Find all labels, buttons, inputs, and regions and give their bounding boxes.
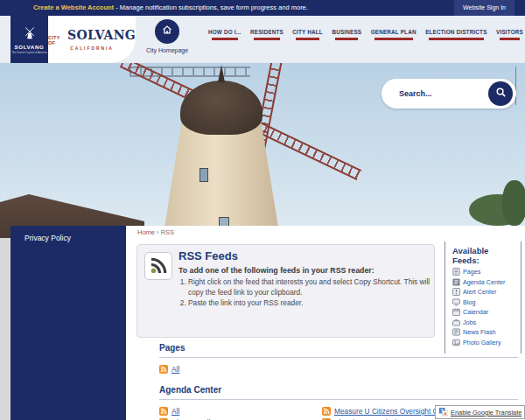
left-sidebar: Privacy Policy	[10, 226, 126, 420]
rss-instruction-step: Paste the link into your RSS reader.	[188, 298, 440, 309]
windmill-logo-icon	[23, 25, 37, 43]
city-homepage-button[interactable]	[155, 19, 179, 44]
logo-city-name: SOLVANG	[15, 44, 45, 50]
feed-item-pages[interactable]: Pages	[452, 268, 519, 276]
nav-item-general-plan[interactable]: GENERAL PLAN	[371, 29, 416, 40]
feed-link-row[interactable]: All	[159, 365, 322, 374]
nav-item-business[interactable]: BUSINESS	[332, 29, 361, 40]
available-feeds-sidebar: Available Feeds: Pages Agenda Center Ale…	[444, 242, 522, 354]
rss-feed-icon	[322, 407, 331, 416]
breadcrumb-current: RSS	[161, 228, 174, 236]
rss-feed-icon	[159, 365, 168, 374]
feed-link[interactable]: Jobs	[463, 318, 476, 326]
feed-link[interactable]: Agenda Center	[463, 278, 505, 286]
section-pages: Pages All	[159, 343, 518, 374]
nav-item-residents[interactable]: RESIDENTS	[250, 29, 284, 40]
section-divider	[159, 399, 518, 400]
account-message-rest: - Manage notification subscriptions, sav…	[114, 4, 308, 11]
tree-decoration	[502, 180, 525, 226]
search-button[interactable]	[488, 81, 513, 106]
nav-underline	[254, 38, 280, 40]
site-state: CALIFORNIA	[70, 46, 114, 51]
section-title: Pages	[159, 343, 518, 353]
search-input[interactable]	[399, 79, 482, 108]
google-translate-icon	[439, 406, 448, 419]
feed-link[interactable]: News Flash	[463, 328, 496, 336]
account-message: Create a Website Account - Manage notifi…	[33, 0, 308, 16]
windmill-window	[200, 168, 208, 182]
google-translate-label: Enable Google Translate	[451, 409, 522, 416]
nav-underline	[500, 38, 520, 40]
solvang-rss-page: Create a Website Account - Manage notifi…	[0, 0, 525, 420]
nav-item-election-districts[interactable]: ELECTION DISTRICTS	[425, 29, 486, 40]
nav-item-label: ELECTION DISTRICTS	[425, 29, 486, 35]
pages-icon	[452, 268, 460, 276]
hero-windmill-photo	[0, 63, 525, 238]
rss-instructions-list: Right click on the feed that interests y…	[188, 277, 440, 310]
rss-feeds-panel: RSS Feeds To add one of the following fe…	[136, 244, 435, 338]
section-divider	[159, 357, 518, 358]
nav-underline	[429, 38, 483, 40]
windmill-dome	[180, 80, 262, 135]
nav-item-label: HOW DO I...	[208, 29, 242, 35]
search-bar	[382, 79, 516, 108]
nav-item-label: RESIDENTS	[250, 29, 284, 35]
feed-link[interactable]: Blog	[463, 298, 475, 306]
site-name: SOLVANG	[67, 28, 136, 42]
rss-intro-text: To add one of the following feeds in you…	[178, 266, 374, 275]
available-feeds-title: Available Feeds:	[452, 246, 496, 265]
nav-underline	[335, 38, 358, 40]
enable-google-translate-button[interactable]: Enable Google Translate	[435, 405, 525, 419]
site-title-card: CITY OF SOLVANG CALIFORNIA	[48, 16, 136, 63]
nav-item-label: GENERAL PLAN	[371, 29, 416, 35]
page-gutter	[0, 238, 10, 420]
breadcrumb-separator: ›	[157, 228, 159, 236]
nav-underline	[374, 38, 413, 40]
feed-link-row[interactable]: All	[159, 407, 322, 416]
feed-link[interactable]: Alert Center	[463, 288, 496, 296]
nav-item-label: VISITORS	[496, 29, 523, 35]
city-homepage-label: City Homepage	[137, 47, 197, 53]
nav-item-label: CITY HALL	[292, 29, 323, 35]
top-utility-bar: Create a Website Account - Manage notifi…	[0, 0, 525, 16]
page-title: RSS Feeds	[178, 249, 238, 262]
feed-item-news-flash[interactable]: News Flash	[452, 328, 519, 336]
feed-item-jobs[interactable]: Jobs	[452, 318, 519, 326]
blog-icon	[452, 298, 460, 306]
feed-item-alert-center[interactable]: Alert Center	[452, 288, 519, 296]
nav-item-how-do-i[interactable]: HOW DO I...	[208, 29, 242, 40]
sidebar-item-privacy-policy[interactable]: Privacy Policy	[24, 234, 126, 242]
section-title: Agenda Center	[159, 385, 518, 395]
nav-underline	[296, 38, 319, 40]
rss-feed-link[interactable]: All	[172, 407, 179, 416]
rss-instruction-step: Right click on the feed that interests y…	[188, 277, 440, 298]
rss-feed-icon	[159, 407, 168, 416]
search-icon	[495, 87, 507, 101]
create-account-link[interactable]: Create a Website Account	[33, 4, 114, 11]
home-icon	[161, 24, 173, 39]
breadcrumb-home-link[interactable]: Home	[137, 228, 155, 236]
breadcrumb: Home › RSS	[137, 228, 174, 236]
city-of-label: CITY OF	[48, 35, 66, 46]
feed-link[interactable]: Pages	[463, 268, 480, 276]
agenda-center-icon	[452, 278, 460, 286]
pole-decoration	[515, 66, 516, 105]
logo-tagline: The Danish Capital of America	[11, 51, 47, 54]
city-logo[interactable]: SOLVANG The Danish Capital of America	[10, 16, 48, 63]
calendar-icon	[452, 308, 460, 316]
site-header: SOLVANG The Danish Capital of America CI…	[0, 16, 525, 63]
rss-icon	[144, 252, 172, 280]
alert-center-icon	[452, 288, 460, 296]
nav-item-city-hall[interactable]: CITY HALL	[292, 29, 323, 40]
feed-item-agenda-center[interactable]: Agenda Center	[452, 278, 519, 286]
nav-item-label: BUSINESS	[332, 29, 361, 35]
news-flash-icon	[452, 328, 460, 336]
feed-item-calendar[interactable]: Calendar	[452, 308, 519, 316]
rss-feed-link[interactable]: All	[172, 365, 179, 374]
nav-underline	[212, 38, 238, 40]
feed-item-blog[interactable]: Blog	[452, 298, 519, 306]
nav-item-visitors[interactable]: VISITORS	[496, 29, 523, 40]
main-nav: HOW DO I... RESIDENTS CITY HALL BUSINESS…	[208, 29, 523, 40]
website-sign-in-button[interactable]: Website Sign In	[454, 0, 514, 16]
feed-link[interactable]: Calendar	[463, 308, 488, 316]
